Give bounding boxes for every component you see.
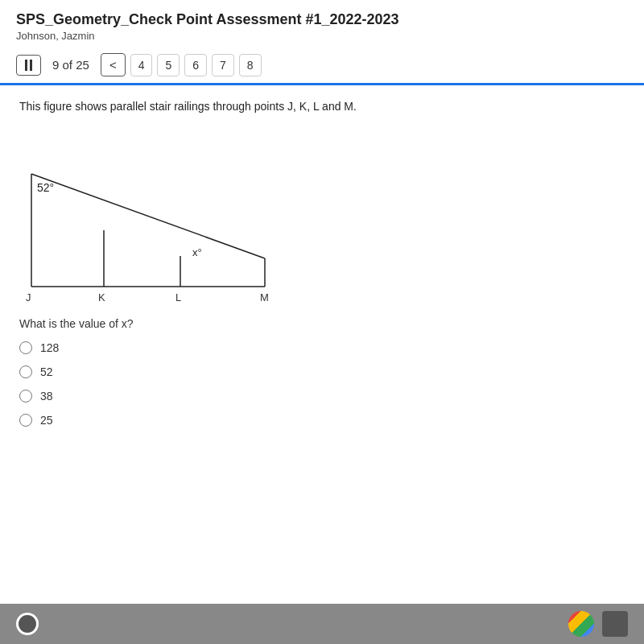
- taskbar: [0, 604, 644, 644]
- progress-text: 9 of 25: [46, 58, 96, 72]
- page-num-5[interactable]: 5: [157, 54, 180, 76]
- pause-bar-left: [25, 60, 27, 71]
- page-num-6[interactable]: 6: [184, 54, 207, 76]
- figure-area: 52° x° J K L M: [19, 126, 277, 303]
- geometry-diagram: 52° x° J K L M: [19, 126, 277, 303]
- content-area: This figure shows parallel stair railing…: [0, 85, 644, 452]
- option-38[interactable]: 38: [19, 390, 625, 402]
- angle-x-label: x°: [192, 246, 202, 258]
- radio-25[interactable]: [19, 414, 32, 427]
- page-num-8[interactable]: 8: [239, 54, 262, 76]
- radio-38[interactable]: [19, 390, 32, 402]
- answer-prompt: What is the value of x?: [19, 317, 625, 330]
- option-text-25: 25: [40, 414, 53, 427]
- angle-52-label: 52°: [37, 181, 54, 194]
- nav-bar: 9 of 25 < 4 5 6 7 8: [0, 47, 644, 83]
- label-l: L: [175, 291, 181, 303]
- label-k: K: [98, 291, 105, 303]
- option-text-38: 38: [40, 390, 53, 402]
- label-j: J: [26, 291, 31, 303]
- taskbar-app-icon[interactable]: [602, 611, 628, 637]
- option-128[interactable]: 128: [19, 341, 625, 354]
- option-25[interactable]: 25: [19, 414, 625, 427]
- pause-bar-right: [30, 60, 32, 71]
- home-button-inner: [19, 615, 36, 633]
- page-num-4[interactable]: 4: [130, 54, 153, 76]
- radio-128[interactable]: [19, 341, 32, 354]
- prev-button[interactable]: <: [101, 53, 126, 76]
- taskbar-right: [568, 611, 628, 637]
- header: SPS_Geometry_Check Point Assessment #1_2…: [0, 0, 644, 47]
- chrome-icon[interactable]: [568, 611, 594, 637]
- page-title: SPS_Geometry_Check Point Assessment #1_2…: [16, 11, 628, 28]
- page-num-7[interactable]: 7: [212, 54, 234, 76]
- pause-button[interactable]: [16, 55, 41, 76]
- svg-line-2: [31, 174, 265, 258]
- option-52[interactable]: 52: [19, 365, 625, 378]
- option-text-128: 128: [40, 341, 59, 354]
- option-text-52: 52: [40, 365, 53, 378]
- home-button[interactable]: [16, 613, 39, 635]
- main-screen: SPS_Geometry_Check Point Assessment #1_2…: [0, 0, 644, 604]
- radio-52[interactable]: [19, 365, 32, 378]
- student-name: Johnson, Jazmin: [16, 30, 628, 42]
- label-m: M: [260, 291, 269, 303]
- question-description: This figure shows parallel stair railing…: [19, 100, 625, 113]
